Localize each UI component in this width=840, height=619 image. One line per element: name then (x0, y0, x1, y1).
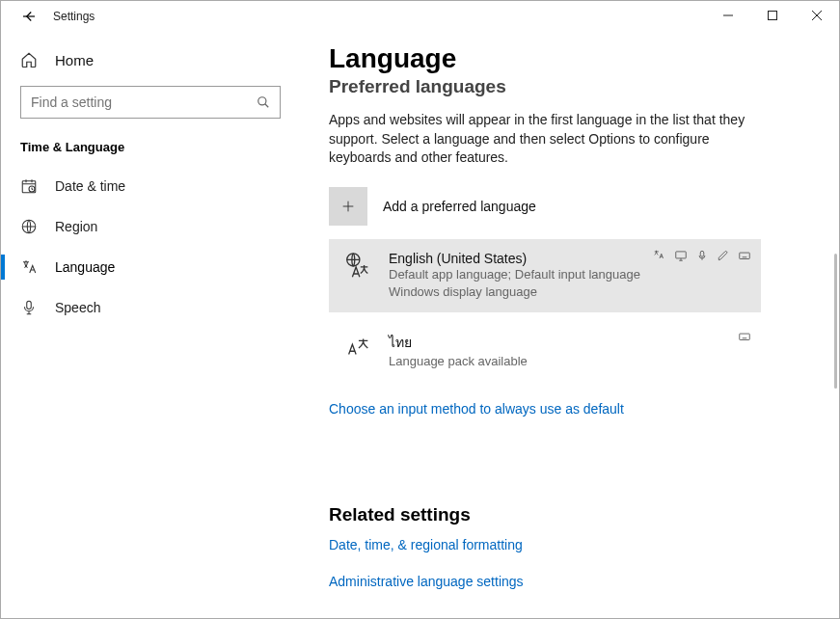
add-language-button[interactable] (329, 187, 367, 226)
language-name: ไทย (389, 332, 528, 353)
close-button[interactable] (795, 1, 839, 30)
main-panel: Language Preferred languages Apps and we… (300, 32, 839, 618)
maximize-icon (768, 11, 777, 20)
home-label: Home (55, 52, 94, 68)
search-input[interactable] (31, 94, 253, 110)
search-icon (257, 95, 270, 109)
related-settings-header: Related settings (329, 504, 810, 525)
language-icon (20, 258, 38, 276)
sidebar-item-region[interactable]: Region (1, 206, 300, 247)
svg-rect-7 (676, 252, 687, 258)
window-controls (706, 1, 839, 30)
language-glyph-icon (342, 332, 373, 363)
home-nav[interactable]: Home (1, 51, 300, 86)
language-name: English (United States) (389, 251, 640, 266)
svg-rect-8 (700, 251, 704, 256)
svg-point-1 (258, 97, 266, 105)
language-feature-badges (738, 330, 751, 343)
nav-label: Speech (55, 300, 100, 315)
keyboard-badge-icon (738, 249, 751, 262)
scrollbar-thumb[interactable] (834, 254, 837, 389)
preferred-languages-description: Apps and websites will appear in the fir… (329, 111, 753, 168)
svg-rect-10 (740, 334, 750, 339)
minimize-button[interactable] (706, 1, 750, 30)
globe-icon (20, 218, 38, 235)
sidebar-item-date-time[interactable]: Date & time (1, 166, 300, 206)
display-badge-icon (674, 249, 688, 262)
page-title: Language (329, 43, 810, 74)
speech-badge-icon (695, 249, 709, 262)
home-icon (20, 51, 38, 68)
window-title: Settings (53, 10, 95, 23)
preferred-languages-header: Preferred languages (329, 76, 810, 97)
language-feature-badges (653, 249, 751, 262)
microphone-icon (20, 299, 38, 316)
sidebar: Home Time & Language Date & time Region … (1, 32, 300, 618)
language-glyph-icon (342, 251, 373, 282)
nav-label: Region (55, 219, 97, 234)
minimize-icon (723, 11, 733, 20)
plus-icon (340, 199, 356, 214)
back-button[interactable] (14, 2, 43, 31)
arrow-left-icon (20, 8, 38, 25)
maximize-button[interactable] (750, 1, 795, 30)
language-subtext-1: Default app language; Default input lang… (389, 266, 640, 283)
close-icon (812, 11, 822, 20)
handwriting-badge-icon (717, 249, 730, 262)
add-language-row[interactable]: Add a preferred language (329, 187, 810, 226)
nav-label: Language (55, 259, 115, 275)
nav-label: Date & time (55, 178, 125, 194)
sidebar-section-header: Time & Language (1, 140, 300, 166)
calendar-clock-icon (20, 177, 38, 195)
language-subtext-1: Language pack available (389, 353, 528, 370)
sidebar-item-language[interactable]: Language (1, 247, 300, 287)
language-item-english[interactable]: English (United States) Default app lang… (329, 239, 761, 312)
related-link-admin-language[interactable]: Administrative language settings (329, 574, 810, 589)
keyboard-badge-icon (738, 330, 751, 343)
language-subtext-2: Windows display language (389, 283, 640, 301)
search-box[interactable] (20, 86, 281, 119)
language-item-thai[interactable]: ไทย Language pack available (329, 320, 761, 382)
add-language-label: Add a preferred language (383, 199, 536, 214)
svg-rect-9 (740, 253, 750, 258)
svg-rect-5 (27, 301, 32, 309)
translate-badge-icon (653, 249, 666, 262)
related-link-date-time-formatting[interactable]: Date, time, & regional formatting (329, 537, 810, 552)
input-method-link[interactable]: Choose an input method to always use as … (329, 401, 624, 417)
svg-rect-0 (769, 12, 777, 20)
sidebar-item-speech[interactable]: Speech (1, 287, 300, 328)
